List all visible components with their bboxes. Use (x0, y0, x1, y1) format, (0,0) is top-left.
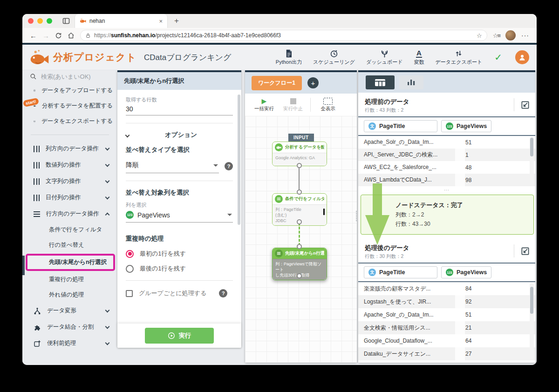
table-scrollbar[interactable] (530, 283, 534, 359)
sort-type-select[interactable]: 降順 (126, 159, 219, 173)
variables-button[interactable]: A 変数 (414, 49, 424, 66)
collections-icon[interactable]: ☆≡ (493, 32, 500, 39)
user-avatar[interactable] (515, 50, 529, 64)
url-field[interactable]: https://sunfish.nehan.io/projects/c12146… (80, 30, 487, 41)
main-area: データをアップロードする start! 分析するデータを配置する データをエクス… (22, 70, 537, 365)
workflow-tab[interactable]: ワークフロー1 (252, 76, 302, 90)
sidebar-item-upload-data[interactable]: データをアップロードする (22, 83, 117, 98)
divider (126, 123, 233, 123)
sidebar-category-string-ops[interactable]: 文字列の操作 (22, 173, 117, 189)
close-tab-icon[interactable]: × (159, 18, 163, 25)
node-port[interactable] (297, 189, 302, 195)
tab-actions-icon[interactable] (62, 17, 70, 25)
chevron-down-icon (125, 133, 130, 137)
flow-down-arrow (365, 183, 389, 245)
scrollbar-thumb[interactable] (530, 287, 533, 314)
node-port[interactable] (297, 163, 302, 168)
group-checkbox-row[interactable]: グループごとに処理する ? (126, 289, 233, 297)
table-view-toggle[interactable] (366, 75, 395, 89)
app-header: 分析プロジェクト CDataブログランキング Python出力 スケジューリング… (22, 45, 537, 70)
checkbox-icon[interactable] (126, 290, 133, 297)
close-window-button[interactable] (28, 18, 34, 24)
nehan-logo-fish-icon (30, 49, 49, 65)
sidebar-category-join-split[interactable]: データ結合・分割 (22, 319, 117, 335)
sidebar-item-outliers[interactable]: 外れ値の処理 (22, 287, 117, 303)
favorite-star-icon[interactable]: ☆ (477, 32, 482, 39)
browser-profile-avatar[interactable] (505, 30, 516, 41)
dashboard-button[interactable]: ダッシュボード (366, 49, 403, 66)
sidebar-item-sort-rows[interactable]: 行の並べ替え (22, 237, 117, 253)
table-scrollbar[interactable] (530, 137, 534, 185)
sidebar-category-row-ops[interactable]: 行方向のデータ操作 (22, 206, 117, 222)
rows-icon (275, 250, 283, 257)
sidebar-divider (31, 135, 109, 135)
before-data-rows: Apache_Solr_の_Data_Im...51 API,_Server,_… (358, 136, 535, 186)
run-button[interactable]: 実行 (145, 328, 214, 344)
fit-view-button[interactable]: 全表示 (314, 98, 342, 112)
node-port[interactable] (297, 273, 302, 278)
sidebar-item-filter-rows[interactable]: 条件で行をフィルタ (22, 222, 117, 237)
radio-unselected-icon[interactable] (126, 265, 134, 273)
column-chip-pagetitle[interactable]: 文PageTitle (364, 120, 437, 132)
sidebar-category-preprocess[interactable]: 便利前処理 (22, 335, 117, 351)
help-icon[interactable]: ? (219, 289, 227, 297)
radio-keep-first[interactable]: 最初の1行を残す (126, 250, 233, 258)
python-export-button[interactable]: Python出力 (276, 49, 302, 66)
radio-selected-icon[interactable] (126, 250, 134, 258)
reload-icon[interactable] (55, 32, 62, 39)
chevron-up-icon (105, 213, 110, 217)
home-icon[interactable] (68, 32, 75, 39)
column-chip-pageviews[interactable]: 123PageViews (441, 120, 491, 132)
scheduling-button[interactable]: スケジューリング (313, 49, 355, 66)
settings-scrollbar[interactable] (238, 95, 240, 225)
browser-tab[interactable]: nehan × (75, 14, 168, 28)
data-panel: 処理前のデータ 行数：43 列数：2 文PageTitle 123PageVie… (358, 70, 535, 363)
expand-icon[interactable] (514, 244, 530, 257)
minimize-window-button[interactable] (37, 18, 43, 24)
browser-address-bar: ← → https://sunfish.nehan.io/projects/c1… (22, 28, 537, 43)
zoom-window-button[interactable] (47, 18, 52, 24)
panel-drag-handle[interactable] (355, 211, 358, 221)
column-select[interactable]: 123 PageViews (126, 209, 233, 223)
divider (126, 181, 233, 181)
input-label: INPUT (288, 134, 314, 142)
before-column-chips: 文PageTitle 123PageViews (358, 117, 535, 135)
run-all-button[interactable]: ▶ 一括実行 (250, 98, 279, 112)
node-port[interactable] (297, 244, 302, 249)
puzzle-icon (34, 324, 41, 331)
sidebar-item-duplicate-rows[interactable]: 重複行の処理 (22, 272, 117, 287)
sidebar-category-column-ops[interactable]: 列方向のデータ操作 (22, 141, 117, 157)
app-logo-text[interactable]: 分析プロジェクト (53, 51, 136, 64)
new-tab-button[interactable]: + (174, 16, 179, 26)
radio-keep-last[interactable]: 最後の1行を残す (126, 264, 233, 273)
saved-check-icon: ✓ (494, 52, 502, 63)
tab-title: nehan (89, 18, 105, 24)
sidebar-item-export-data[interactable]: データをエクスポートする (22, 114, 117, 129)
options-toggle[interactable]: オプション (126, 131, 233, 139)
column-select-label: 列を選択 (126, 202, 233, 209)
node-port[interactable] (297, 219, 302, 224)
before-data-title: 処理前のデータ (365, 98, 529, 106)
sidebar-category-transform[interactable]: データ変形 (22, 303, 117, 319)
sidebar-item-place-data[interactable]: start! 分析するデータを配置する (22, 98, 117, 114)
settings-content: 取得する行数 オプション 並べ替えタイプを選択 降順 ? 並べ替え対象列を選択 (117, 90, 241, 324)
sidebar-category-date-ops[interactable]: 日付列の操作 (22, 189, 117, 206)
sidebar-category-numeric-ops[interactable]: 数値列の操作 (22, 157, 117, 173)
search-input[interactable] (41, 73, 111, 80)
expand-icon[interactable] (514, 98, 530, 111)
scrollbar-thumb[interactable] (530, 138, 533, 156)
browser-menu-icon[interactable]: ··· (521, 32, 529, 39)
sidebar-item-select-n-rows[interactable]: 先頭/末尾からn行選択 (26, 254, 115, 271)
sidebar-search[interactable] (22, 70, 117, 83)
before-data-meta: 行数：43 列数：2 (365, 107, 529, 114)
browser-tab-bar: nehan × + (22, 14, 537, 28)
help-icon[interactable]: ? (225, 162, 233, 170)
workflow-canvas[interactable]: INPUT 分析するデータを配... Google Analytics: GA … (245, 116, 357, 363)
column-chip-pageviews[interactable]: 123PageViews (441, 266, 491, 278)
chart-view-toggle[interactable] (399, 75, 423, 89)
add-workflow-button[interactable]: + (307, 77, 319, 88)
row-count-input[interactable] (126, 103, 233, 115)
data-export-button[interactable]: データエクスポート (435, 49, 482, 66)
column-chip-pagetitle[interactable]: 文PageTitle (364, 266, 437, 278)
back-icon[interactable]: ← (30, 32, 37, 40)
